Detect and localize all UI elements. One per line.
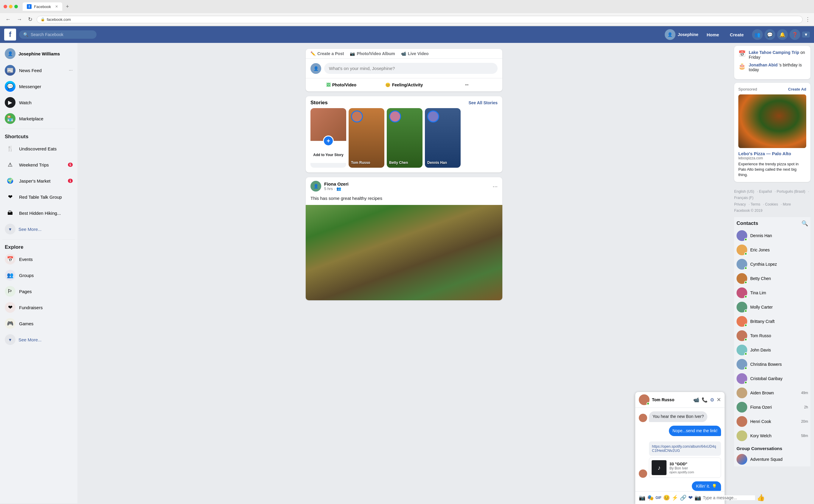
chat-header[interactable]: Tom Russo 📹 📞 ⚙ ✕ <box>635 392 725 408</box>
create-ad-link[interactable]: Create Ad <box>788 87 806 91</box>
chat-sticker-icon[interactable]: 🎭 <box>647 494 654 501</box>
sidebar-explore-pages[interactable]: 🏳 Pages <box>2 284 75 299</box>
footer-link-francais[interactable]: Français (F) <box>734 196 754 200</box>
sidebar-newsfeed-dots[interactable]: ··· <box>69 68 73 73</box>
contact-tom-russo[interactable]: Tom Russo <box>734 329 810 343</box>
sidebar-explore-groups[interactable]: 👥 Groups <box>2 267 75 283</box>
contacts-search-icon[interactable]: 🔍 <box>801 220 808 227</box>
chat-emoji-input-icon[interactable]: 😊 <box>663 494 670 501</box>
sidebar-shortcut-redtable[interactable]: ❤ Red Table Talk Group <box>2 189 75 205</box>
contact-dennis-han[interactable]: Dennis Han <box>734 228 810 243</box>
chat-send-button[interactable]: 👍 <box>757 494 765 502</box>
chat-phone-icon[interactable]: 📞 <box>702 397 708 403</box>
header-notifications-icon[interactable]: 🔔 <box>777 29 788 40</box>
window-close-dot[interactable] <box>4 5 7 8</box>
chat-link-url[interactable]: https://open.spotify.com/album/64xUD4qC1… <box>652 444 718 453</box>
sidebar-explore-see-more[interactable]: ▾ See More... <box>2 332 75 347</box>
sidebar-item-watch[interactable]: ▶ Watch <box>2 95 75 110</box>
header-home-link[interactable]: Home <box>704 31 722 38</box>
footer-link-portugues[interactable]: Português (Brasil) <box>777 189 805 194</box>
stories-see-all-link[interactable]: See All Stories <box>468 100 498 105</box>
header-dropdown-button[interactable]: ▼ <box>802 32 810 38</box>
browser-url-input[interactable] <box>47 17 799 22</box>
chat-gif-icon[interactable]: GIF <box>655 496 661 500</box>
window-minimize-dot[interactable] <box>9 5 13 8</box>
sidebar-shortcut-eats[interactable]: 🍴 Undiscovered Eats <box>2 141 75 156</box>
browser-tab-close[interactable]: ✕ <box>55 4 58 9</box>
tab-create-post[interactable]: ✏️ Create a Post <box>310 51 344 56</box>
header-create-link[interactable]: Create <box>727 31 746 38</box>
browser-back-button[interactable]: ← <box>4 15 13 24</box>
tab-photo-video[interactable]: 📷 Photo/Video Album <box>350 51 395 56</box>
header-user[interactable]: 👤 Josephine <box>665 29 698 40</box>
ad-title[interactable]: Lebo's Pizza — Palo Alto <box>738 151 806 156</box>
chat-close-button[interactable]: ✕ <box>717 396 721 403</box>
sidebar-item-marketplace[interactable]: 🏪 Marketplace <box>2 111 75 126</box>
create-post-input[interactable] <box>324 63 498 74</box>
browser-address-bar[interactable]: 🔒 <box>37 16 803 23</box>
chat-heart-icon[interactable]: ❤ <box>688 494 693 501</box>
contact-henri-cook[interactable]: Henri Cook 20m <box>734 414 810 429</box>
contact-molly-carter[interactable]: Molly Carter <box>734 300 810 314</box>
chat-message-input[interactable] <box>703 495 755 500</box>
window-maximize-dot[interactable] <box>14 5 18 8</box>
footer-link-english[interactable]: English (US) <box>734 189 754 194</box>
search-bar[interactable]: 🔍 <box>19 30 97 39</box>
contact-cristobal-garibay[interactable]: Cristobal Garibay <box>734 371 810 386</box>
contact-aiden-brown[interactable]: Aiden Brown 49m <box>734 386 810 400</box>
contact-christina-bowers[interactable]: Christina Bowers <box>734 357 810 371</box>
browser-menu-button[interactable]: ⋮ <box>805 16 810 23</box>
sidebar-shortcut-market[interactable]: 🌍 Jasper's Market 1 <box>2 173 75 189</box>
sidebar-shortcut-hiking[interactable]: 🏔 Best Hidden Hiking... <box>2 205 75 221</box>
header-help-icon[interactable]: ❓ <box>790 29 800 40</box>
tab-live-video[interactable]: 📹 Live Video <box>401 51 429 56</box>
contact-john-davis[interactable]: John Davis <box>734 343 810 357</box>
post-options-button[interactable]: ··· <box>493 183 498 190</box>
contact-adventure-squad[interactable]: Adventure Squad <box>734 452 810 466</box>
story-tom-russo[interactable]: Tom Russo <box>349 108 384 168</box>
browser-add-tab[interactable]: + <box>66 4 69 10</box>
footer-link-espanol[interactable]: Español <box>759 189 772 194</box>
search-input[interactable] <box>31 32 92 37</box>
browser-tab[interactable]: f Facebook ✕ <box>23 2 62 11</box>
footer-link-more[interactable]: More <box>783 202 791 206</box>
sidebar-shortcuts-see-more[interactable]: ▾ See More... <box>2 221 75 237</box>
footer-link-cookies[interactable]: Cookies <box>765 202 778 206</box>
sidebar-explore-fundraisers[interactable]: ❤ Fundraisers <box>2 300 75 315</box>
chat-link-icon[interactable]: 🔗 <box>680 494 686 501</box>
footer-link-privacy[interactable]: Privacy <box>734 202 746 206</box>
contact-fiona-ozeri[interactable]: Fiona Ozeri 2h <box>734 400 810 414</box>
story-dennis-han[interactable]: Dennis Han <box>425 108 461 168</box>
footer-link-terms[interactable]: Terms <box>751 202 760 206</box>
chat-music-preview[interactable]: ♪ 33 "GOD" By Bon Iver open.spotify.com <box>649 458 721 478</box>
chat-settings-icon[interactable]: ⚙ <box>710 397 714 403</box>
chat-camera-icon[interactable]: 📷 <box>695 494 701 501</box>
contact-kory-welch[interactable]: Kory Welch 58m <box>734 429 810 443</box>
sidebar-item-messenger[interactable]: 💬 Messenger <box>2 79 75 94</box>
event-birthday-link[interactable]: Jonathan Abid <box>749 63 778 67</box>
contact-cynthia-lopez[interactable]: Cynthia Lopez <box>734 257 810 271</box>
chat-apps-icon[interactable]: ⚡ <box>672 494 678 501</box>
contact-tina-lim[interactable]: Tina Lim <box>734 286 810 300</box>
sidebar-user-profile[interactable]: 👤 Josephine Williams <box>2 46 75 61</box>
contact-brittany-craft[interactable]: Brittany Craft <box>734 314 810 329</box>
header-friends-icon[interactable]: 👥 <box>752 29 763 40</box>
chat-link-preview[interactable]: https://open.spotify.com/album/64xUD4qC1… <box>649 441 721 456</box>
contact-betty-chen[interactable]: Betty Chen <box>734 271 810 286</box>
action-feeling[interactable]: 😊 Feeling/Activity <box>373 80 435 90</box>
browser-refresh-button[interactable]: ↻ <box>26 15 34 24</box>
chat-photo-icon[interactable]: 📷 <box>639 494 645 501</box>
story-betty-chen[interactable]: Betty Chen <box>387 108 422 168</box>
header-messenger-icon[interactable]: 💬 <box>765 29 775 40</box>
post-author-name[interactable]: Fiona Ozeri <box>324 181 490 186</box>
browser-forward-button[interactable]: → <box>15 15 24 24</box>
event-trip-link[interactable]: Lake Tahoe Camping Trip <box>749 50 799 55</box>
action-more[interactable]: ··· <box>436 80 498 90</box>
sidebar-shortcut-trips[interactable]: ⚠ Weekend Trips 5 <box>2 157 75 172</box>
contact-eric-jones[interactable]: Eric Jones <box>734 243 810 257</box>
chat-video-icon[interactable]: 📹 <box>693 397 699 403</box>
story-add-card[interactable]: + Add to Your Story <box>310 108 346 168</box>
sidebar-explore-events[interactable]: 📅 Events <box>2 251 75 267</box>
sidebar-explore-games[interactable]: 🎮 Games <box>2 316 75 331</box>
sidebar-item-newsfeed[interactable]: 📰 News Feed ··· <box>2 63 75 78</box>
